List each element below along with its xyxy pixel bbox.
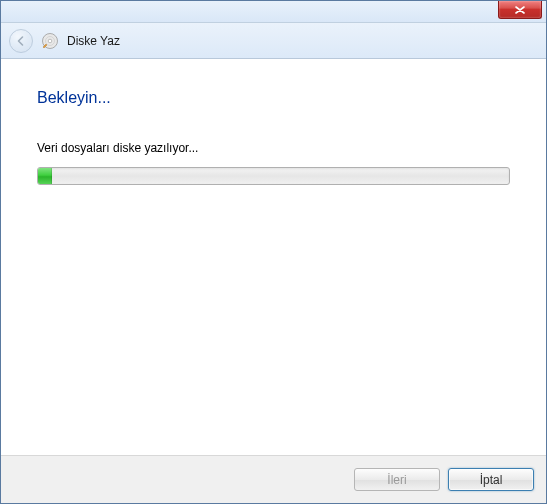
progress-fill — [38, 168, 52, 184]
svg-point-2 — [48, 39, 52, 43]
disc-burn-icon — [41, 32, 59, 50]
titlebar — [1, 1, 546, 23]
close-button[interactable] — [498, 1, 542, 19]
next-button: İleri — [354, 468, 440, 491]
wizard-window: Diske Yaz Bekleyin... Veri dosyaları dis… — [0, 0, 547, 504]
cancel-button[interactable]: İptal — [448, 468, 534, 491]
progress-bar — [37, 167, 510, 185]
page-heading: Bekleyin... — [37, 89, 510, 107]
footer: İleri İptal — [1, 455, 546, 503]
status-text: Veri dosyaları diske yazılıyor... — [37, 141, 510, 155]
header-band: Diske Yaz — [1, 23, 546, 59]
close-icon — [515, 6, 525, 14]
window-title: Diske Yaz — [67, 34, 120, 48]
content-area: Bekleyin... Veri dosyaları diske yazılıy… — [1, 59, 546, 455]
back-arrow-icon — [15, 35, 27, 47]
back-button — [9, 29, 33, 53]
